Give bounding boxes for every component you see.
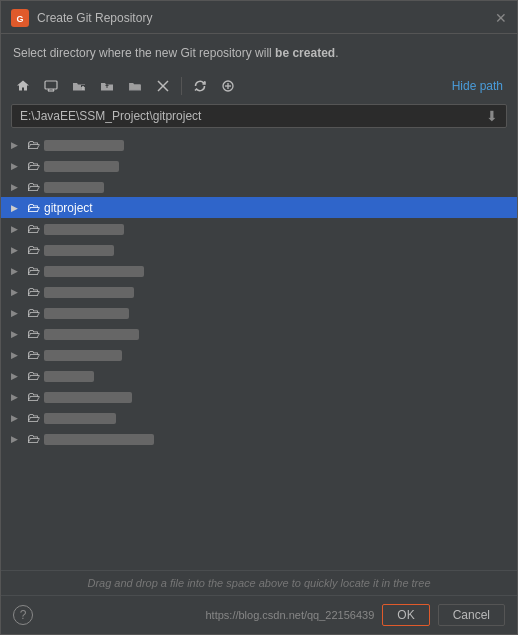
folder-up-button[interactable] [95,74,119,98]
path-download-icon[interactable]: ⬇ [482,106,502,126]
folder-icon: 🗁 [27,305,40,320]
folder-icon: 🗁 [27,137,40,152]
item-label [44,369,507,383]
tree-item[interactable]: ▶ 🗁 [1,176,517,197]
item-label [44,390,507,404]
tree-item[interactable]: ▶ 🗁 [1,260,517,281]
desktop-button[interactable] [39,74,63,98]
tree-item[interactable]: ▶ 🗁 [1,134,517,155]
folder-icon: 🗁 [27,179,40,194]
tree-arrow: ▶ [11,203,23,213]
tree-item[interactable]: ▶ 🗁 [1,365,517,386]
folder-icon: 🗁 [27,200,40,215]
refresh-button[interactable] [188,74,212,98]
tree-item[interactable]: ▶ 🗁 [1,344,517,365]
tree-item[interactable]: ▶ 🗁 [1,407,517,428]
item-label [44,264,507,278]
svg-text:G: G [16,14,23,24]
tree-arrow: ▶ [11,287,23,297]
dialog-title: Create Git Repository [37,11,152,25]
item-label [44,138,507,152]
tree-item[interactable]: ▶ 🗁 [1,428,517,449]
tree-arrow: ▶ [11,182,23,192]
new-folder-button[interactable] [67,74,91,98]
item-label [44,327,507,341]
item-label [44,243,507,257]
toolbar: Hide path [1,70,517,102]
description: Select directory where the new Git repos… [1,34,517,70]
item-label [44,411,507,425]
item-label [44,180,507,194]
item-label [44,159,507,173]
tree-item[interactable]: ▶ 🗁 [1,155,517,176]
tree-item[interactable]: ▶ 🗁 [1,239,517,260]
cancel-button[interactable]: Cancel [438,604,505,626]
path-bar: ⬇ [11,104,507,128]
gitproject-label: gitproject [44,201,507,215]
help-button[interactable]: ? [13,605,33,625]
tree-arrow: ▶ [11,329,23,339]
tree-item[interactable]: ▶ 🗁 [1,302,517,323]
item-label [44,348,507,362]
tree-item[interactable]: ▶ 🗁 [1,281,517,302]
toolbar-separator [181,77,182,95]
tree-arrow: ▶ [11,161,23,171]
tree-arrow: ▶ [11,392,23,402]
home-button[interactable] [11,74,35,98]
title-bar: G Create Git Repository ✕ [1,1,517,34]
tree-arrow: ▶ [11,350,23,360]
drag-drop-hint: Drag and drop a file into the space abov… [1,570,517,595]
tree-arrow: ▶ [11,434,23,444]
title-bar-left: G Create Git Repository [11,9,152,27]
folder-icon: 🗁 [27,221,40,236]
svg-rect-2 [45,81,57,89]
url-text: https://blog.csdn.net/qq_22156439 [205,609,374,621]
tree-item[interactable]: ▶ 🗁 [1,323,517,344]
tree-arrow: ▶ [11,413,23,423]
folder-icon: 🗁 [27,284,40,299]
item-label [44,306,507,320]
path-input[interactable] [16,105,482,127]
description-text: Select directory where the new Git repos… [13,46,338,60]
folder-icon: 🗁 [27,158,40,173]
tree-item-gitproject[interactable]: ▶ 🗁 gitproject [1,197,517,218]
tree-item[interactable]: ▶ 🗁 [1,218,517,239]
tree-arrow: ▶ [11,245,23,255]
delete-button[interactable] [151,74,175,98]
folder-icon: 🗁 [27,347,40,362]
tree-arrow: ▶ [11,371,23,381]
item-label [44,222,507,236]
tree-arrow: ▶ [11,308,23,318]
item-label [44,285,507,299]
folder-nav-button[interactable] [123,74,147,98]
folder-icon: 🗁 [27,242,40,257]
folder-icon: 🗁 [27,368,40,383]
file-tree[interactable]: ▶ 🗁 ▶ 🗁 ▶ 🗁 ▶ 🗁 gitproject ▶ 🗁 [1,134,517,570]
hide-path-button[interactable]: Hide path [448,77,507,95]
create-git-repository-dialog: G Create Git Repository ✕ Select directo… [0,0,518,635]
tree-arrow: ▶ [11,140,23,150]
app-icon: G [11,9,29,27]
folder-icon: 🗁 [27,431,40,446]
folder-icon: 🗁 [27,263,40,278]
ok-button[interactable]: OK [382,604,429,626]
bottom-right: https://blog.csdn.net/qq_22156439 OK Can… [205,604,505,626]
bookmark-button[interactable] [216,74,240,98]
folder-icon: 🗁 [27,389,40,404]
tree-item[interactable]: ▶ 🗁 [1,386,517,407]
folder-icon: 🗁 [27,410,40,425]
close-button[interactable]: ✕ [495,11,507,25]
folder-icon: 🗁 [27,326,40,341]
tree-arrow: ▶ [11,224,23,234]
tree-arrow: ▶ [11,266,23,276]
item-label [44,432,507,446]
bottom-bar: ? https://blog.csdn.net/qq_22156439 OK C… [1,595,517,634]
